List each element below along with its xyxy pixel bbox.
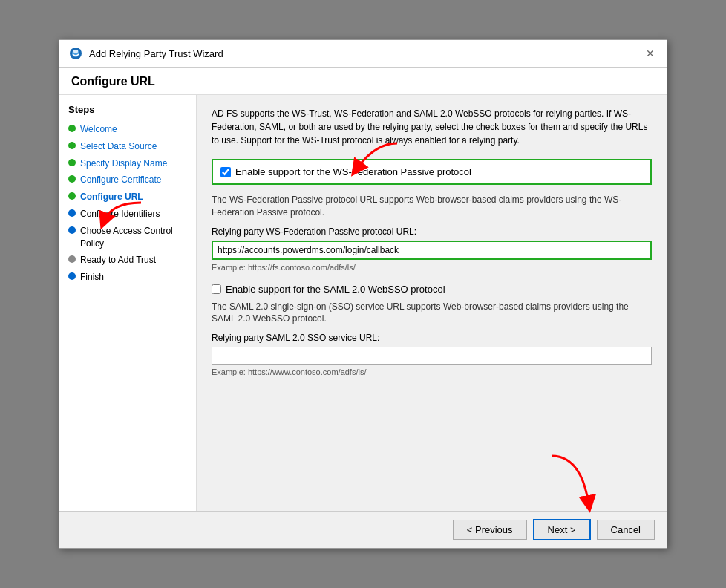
wizard-window: Add Relying Party Trust Wizard ✕ Configu… [59,39,667,549]
sidebar-label-configure-certificate: Configure Certificate [80,174,161,186]
page-title: Configure URL [59,68,667,95]
sidebar-label-configure-url: Configure URL [80,191,143,203]
sidebar-heading: Steps [59,104,196,121]
content-area: Steps Welcome Select Data Source Specify… [59,95,667,511]
main-panel: AD FS supports the WS-Trust, WS-Federati… [197,95,667,511]
sidebar-item-specify-display-name[interactable]: Specify Display Name [59,155,196,172]
dot-specify-display-name [68,159,76,166]
svg-rect-2 [73,50,78,53]
sidebar-item-select-data-source[interactable]: Select Data Source [59,138,196,155]
close-button[interactable]: ✕ [643,46,658,61]
dot-choose-access-control [68,226,76,234]
saml-description: The SAML 2.0 single-sign-on (SSO) servic… [212,301,652,326]
sidebar-item-choose-access-control[interactable]: Choose Access Control Policy [59,223,196,252]
next-button[interactable]: Next > [533,519,591,540]
sidebar-label-ready-to-add-trust: Ready to Add Trust [80,254,156,267]
sidebar-label-welcome: Welcome [80,123,117,136]
sidebar-item-configure-url[interactable]: Configure URL [59,189,196,206]
saml-checkbox[interactable] [212,284,221,294]
title-bar-left: Add Relying Party Trust Wizard [68,46,223,61]
ws-federation-checkbox[interactable] [220,167,231,177]
saml-checkbox-row[interactable]: Enable support for the SAML 2.0 WebSSO p… [212,284,652,295]
dot-configure-identifiers [68,209,76,217]
dot-configure-certificate [68,175,76,183]
ws-federation-url-input[interactable] [212,241,652,260]
ws-federation-label[interactable]: Enable support for the WS-Federation Pas… [235,166,471,177]
dot-finish [68,272,76,280]
sidebar: Steps Welcome Select Data Source Specify… [59,95,197,511]
previous-button[interactable]: < Previous [453,520,527,540]
sidebar-item-welcome[interactable]: Welcome [59,121,196,138]
intro-text: AD FS supports the WS-Trust, WS-Federati… [212,107,652,147]
sidebar-item-ready-to-add-trust[interactable]: Ready to Add Trust [59,252,196,269]
sidebar-label-select-data-source: Select Data Source [80,140,157,153]
ws-federation-url-label: Relying party WS-Federation Passive prot… [212,226,652,237]
dot-ready-to-add-trust [68,255,76,263]
sidebar-item-configure-certificate[interactable]: Configure Certificate [59,172,196,189]
sidebar-label-choose-access-control: Choose Access Control Policy [80,225,187,250]
saml-section: Enable support for the SAML 2.0 WebSSO p… [212,284,652,377]
title-bar: Add Relying Party Trust Wizard ✕ [59,40,667,68]
saml-url-input[interactable] [212,347,652,365]
wizard-icon [68,46,83,61]
ws-federation-checkbox-row[interactable]: Enable support for the WS-Federation Pas… [220,166,643,177]
sidebar-label-finish: Finish [80,271,104,284]
ws-federation-url-example: Example: https://fs.contoso.com/adfs/ls/ [212,263,652,272]
dot-welcome [68,125,76,132]
cancel-button[interactable]: Cancel [597,520,655,540]
sidebar-item-configure-identifiers[interactable]: Configure Identifiers [59,206,196,223]
footer: < Previous Next > Cancel [59,511,667,548]
ws-federation-description: The WS-Federation Passive protocol URL s… [212,194,652,219]
sidebar-item-finish[interactable]: Finish [59,269,196,286]
dot-configure-url [68,192,76,200]
window-title: Add Relying Party Trust Wizard [89,48,223,59]
sidebar-label-configure-identifiers: Configure Identifiers [80,208,160,220]
sidebar-label-specify-display-name: Specify Display Name [80,157,167,170]
saml-label[interactable]: Enable support for the SAML 2.0 WebSSO p… [226,284,445,295]
saml-url-example: Example: https://www.contoso.com/adfs/ls… [212,368,652,376]
saml-url-label: Relying party SAML 2.0 SSO service URL: [212,333,652,343]
dot-select-data-source [68,142,76,149]
ws-federation-section: Enable support for the WS-Federation Pas… [212,159,652,185]
